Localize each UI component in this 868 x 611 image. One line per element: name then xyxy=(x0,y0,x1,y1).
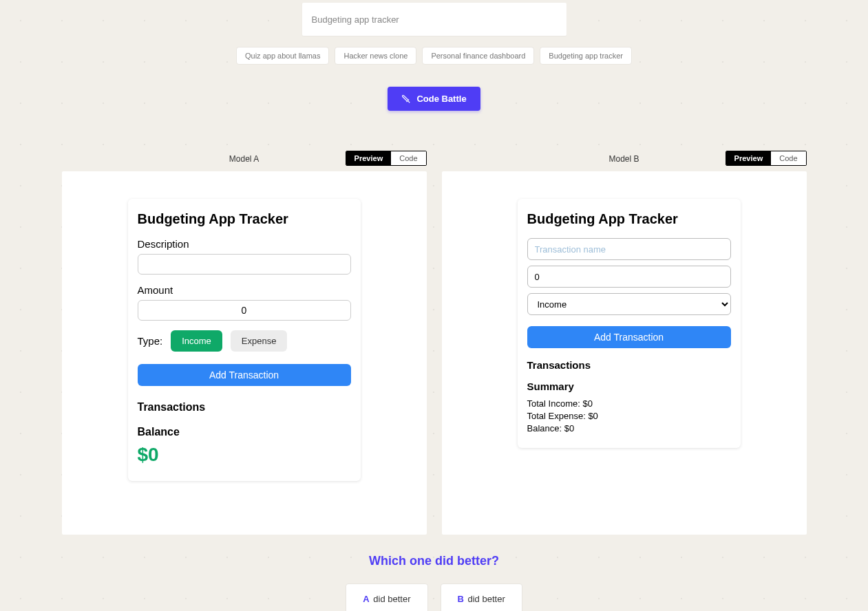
panel-a-view-toggle: Preview Code xyxy=(346,151,427,166)
panel-model-b: Model B Preview Code Budgeting App Track… xyxy=(442,151,807,535)
app-b-balance: Balance: $0 xyxy=(527,422,731,435)
panel-b-view-toggle: Preview Code xyxy=(726,151,807,166)
app-b-total-income: Total Income: $0 xyxy=(527,398,731,410)
panel-a-code-tab[interactable]: Code xyxy=(391,151,425,165)
app-a-title: Budgeting App Tracker xyxy=(138,211,351,227)
app-a-add-transaction-button[interactable]: Add Transaction xyxy=(138,364,351,386)
suggestion-chips: Quiz app about llamas Hacker news clone … xyxy=(236,47,632,65)
vote-b-button[interactable]: B did better xyxy=(441,583,522,611)
chip-budgeting-tracker[interactable]: Budgeting app tracker xyxy=(540,47,632,65)
app-a-amount-input[interactable] xyxy=(138,300,351,321)
panel-b-preview-tab[interactable]: Preview xyxy=(726,151,772,165)
vote-b-letter: B xyxy=(458,594,464,604)
app-b-title: Budgeting App Tracker xyxy=(527,211,731,227)
chip-quiz-llamas[interactable]: Quiz app about llamas xyxy=(236,47,329,65)
app-a-card: Budgeting App Tracker Description Amount… xyxy=(128,199,361,481)
app-a-balance-label: Balance xyxy=(138,426,351,438)
chip-hacker-news[interactable]: Hacker news clone xyxy=(335,47,416,65)
app-b-type-select[interactable]: Income xyxy=(527,293,731,315)
app-a-description-label: Description xyxy=(138,238,351,250)
panel-model-a: Model A Preview Code Budgeting App Track… xyxy=(62,151,427,535)
panel-b-title: Model B xyxy=(608,154,639,164)
app-a-expense-button[interactable]: Expense xyxy=(231,330,288,352)
chip-personal-finance[interactable]: Personal finance dashboard xyxy=(422,47,534,65)
code-battle-button[interactable]: Code Battle xyxy=(388,87,480,111)
app-a-balance-value: $0 xyxy=(138,444,351,466)
prompt-input[interactable]: Budgeting app tracker xyxy=(302,3,567,36)
app-b-summary-heading: Summary xyxy=(527,380,731,392)
app-a-amount-label: Amount xyxy=(138,284,351,296)
app-b-add-transaction-button[interactable]: Add Transaction xyxy=(527,326,731,348)
app-a-type-label: Type: xyxy=(138,335,163,347)
app-b-transactions-heading: Transactions xyxy=(527,359,731,371)
code-battle-label: Code Battle xyxy=(416,94,466,104)
panel-b-body: Budgeting App Tracker Income Add Transac… xyxy=(442,171,807,535)
app-b-card: Budgeting App Tracker Income Add Transac… xyxy=(518,199,741,448)
vote-a-button[interactable]: A did better xyxy=(346,583,427,611)
vote-a-text: did better xyxy=(371,594,411,604)
vote-a-letter: A xyxy=(363,594,369,604)
panel-a-title: Model A xyxy=(229,154,259,164)
app-b-name-input[interactable] xyxy=(527,238,731,260)
app-a-transactions-heading: Transactions xyxy=(138,401,351,414)
app-b-amount-input[interactable] xyxy=(527,266,731,288)
app-a-income-button[interactable]: Income xyxy=(171,330,222,352)
swords-icon xyxy=(401,94,411,104)
vote-b-text: did better xyxy=(465,594,505,604)
prompt-input-text: Budgeting app tracker xyxy=(312,14,399,25)
panel-a-body: Budgeting App Tracker Description Amount… xyxy=(62,171,427,535)
app-a-description-input[interactable] xyxy=(138,254,351,275)
vote-title: Which one did better? xyxy=(0,554,868,568)
panel-b-code-tab[interactable]: Code xyxy=(771,151,805,165)
panel-a-preview-tab[interactable]: Preview xyxy=(346,151,392,165)
app-b-total-expense: Total Expense: $0 xyxy=(527,410,731,422)
